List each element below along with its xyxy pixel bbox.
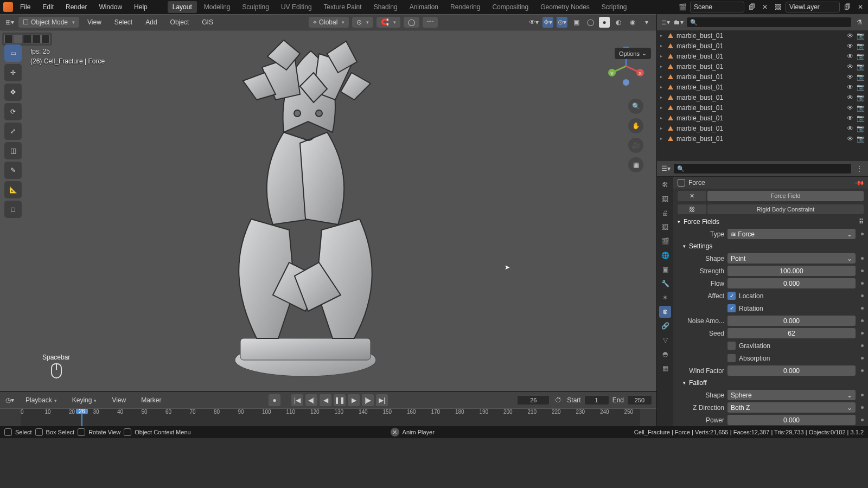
tab-animation[interactable]: Animation <box>405 1 443 13</box>
tab-uv-editing[interactable]: UV Editing <box>276 1 317 13</box>
hide-viewport-icon[interactable]: 👁 <box>847 63 853 70</box>
menu-file[interactable]: File <box>15 1 35 13</box>
jump-start-button[interactable]: |◀ <box>291 394 303 406</box>
hide-render-icon[interactable]: 📷 <box>857 73 865 81</box>
transform-orientation[interactable]: ⌖Global <box>309 17 349 28</box>
end-frame-input[interactable]: 250 <box>627 395 652 405</box>
hide-render-icon[interactable]: 📷 <box>857 53 865 60</box>
gizmo-toggle[interactable]: ✥▾ <box>542 17 553 28</box>
editor-type-icon[interactable]: ⊞▾ <box>4 17 15 28</box>
hide-render-icon[interactable]: 📷 <box>857 104 865 112</box>
keyframe-next-button[interactable]: |▶ <box>362 394 374 406</box>
close-anim-player-icon[interactable]: ✕ <box>391 428 399 436</box>
disclosure-icon[interactable]: ▸ <box>660 126 665 131</box>
playback-menu[interactable]: Playback <box>21 394 62 406</box>
tab-compositing[interactable]: Compositing <box>487 1 533 13</box>
noise-amount-input[interactable]: 0.000 <box>727 316 856 326</box>
timeline-editor-icon[interactable]: ◷▾ <box>4 395 15 406</box>
hide-render-icon[interactable]: 📷 <box>857 84 865 91</box>
disclosure-icon[interactable]: ▸ <box>660 115 665 120</box>
menu-edit[interactable]: Edit <box>37 1 59 13</box>
outliner-list[interactable]: ▸ marble_bust_01 👁 📷▸ marble_bust_01 👁 📷… <box>657 30 868 160</box>
flow-input[interactable]: 0.000 <box>727 278 856 288</box>
wind-factor-input[interactable]: 0.000 <box>727 365 856 376</box>
proportional-edit[interactable]: ◯ <box>404 17 419 28</box>
hide-render-icon[interactable]: 📷 <box>857 42 865 50</box>
hide-viewport-icon[interactable]: 👁 <box>847 104 853 112</box>
vp-menu-view[interactable]: View <box>82 16 106 28</box>
outliner-item[interactable]: ▸ marble_bust_01 👁 📷 <box>657 72 868 82</box>
tab-rbc-icon[interactable]: ⛓ <box>678 204 706 214</box>
pivot-select[interactable]: ⊙ <box>352 17 373 28</box>
outliner-display-icon[interactable]: 🖿▾ <box>673 17 684 28</box>
disclosure-icon[interactable]: ▸ <box>660 74 665 79</box>
menu-render[interactable]: Render <box>61 1 92 13</box>
shape-select[interactable]: Point <box>727 253 856 264</box>
seed-input[interactable]: 62 <box>727 328 856 338</box>
preview-range-icon[interactable]: ⏱ <box>553 395 564 406</box>
overlay-toggle[interactable]: ⊙▾ <box>557 17 567 28</box>
autokey-toggle[interactable]: ● <box>269 394 280 406</box>
panel-settings[interactable]: Settings <box>689 242 712 250</box>
tool-scale[interactable]: ⤢ <box>4 123 22 140</box>
keying-menu[interactable]: Keying <box>67 394 102 406</box>
tab-scripting[interactable]: Scripting <box>597 1 632 13</box>
vp-menu-add[interactable]: Add <box>141 16 162 28</box>
keyframe-prev-button[interactable]: ◀| <box>305 394 317 406</box>
zdirection-select[interactable]: Both Z <box>727 402 856 413</box>
outliner-item[interactable]: ▸ marble_bust_01 👁 📷 <box>657 61 868 72</box>
disclosure-icon[interactable]: ▸ <box>660 95 665 100</box>
hide-render-icon[interactable]: 📷 <box>857 63 865 70</box>
hide-render-icon[interactable]: 📷 <box>857 135 865 143</box>
hide-viewport-icon[interactable]: 👁 <box>847 125 853 132</box>
gravitation-checkbox[interactable] <box>727 342 736 350</box>
outliner-item[interactable]: ▸ marble_bust_01 👁 📷 <box>657 41 868 51</box>
anim-dot[interactable] <box>861 233 864 235</box>
play-button[interactable]: ▶ <box>348 394 360 406</box>
hide-viewport-icon[interactable]: 👁 <box>847 53 853 60</box>
tool-transform[interactable]: ◫ <box>4 142 22 159</box>
ptab-texture[interactable]: ▦ <box>659 362 671 374</box>
perspective-icon[interactable]: ▦ <box>628 157 643 172</box>
tool-cursor[interactable]: ✛ <box>4 64 22 81</box>
tab-layout[interactable]: Layout <box>168 1 197 13</box>
curve-falloff[interactable]: 〰 <box>423 17 438 28</box>
type-select[interactable]: ≋ Force <box>727 229 856 239</box>
tab-force-field[interactable]: Force Field <box>707 191 864 201</box>
properties-search-input[interactable] <box>673 163 852 174</box>
falloff-shape-select[interactable]: Sphere <box>727 390 856 400</box>
play-reverse-button[interactable]: ◀ <box>320 394 331 406</box>
viewport-options-popover[interactable]: Options⌄ <box>615 48 651 59</box>
properties-editor-icon[interactable]: ☰▾ <box>660 163 671 174</box>
ptab-particles[interactable]: ✶ <box>659 292 671 304</box>
outliner-editor-icon[interactable]: ≣▾ <box>660 17 671 28</box>
hide-viewport-icon[interactable]: 👁 <box>847 114 853 122</box>
outliner-item[interactable]: ▸ marble_bust_01 👁 📷 <box>657 92 868 102</box>
tab-remove-forcefield[interactable]: ✕ <box>678 191 706 201</box>
tab-modeling[interactable]: Modeling <box>199 1 235 13</box>
tab-rigid-body-constraint[interactable]: Rigid Body Constraint <box>707 204 864 214</box>
tl-view-menu[interactable]: View <box>107 394 131 406</box>
pause-button[interactable]: ❚❚ <box>334 394 346 406</box>
hide-viewport-icon[interactable]: 👁 <box>847 135 853 143</box>
viewlayer-copy-icon[interactable]: 🗐 <box>842 2 853 12</box>
hide-viewport-icon[interactable]: 👁 <box>847 32 853 40</box>
tl-marker-menu[interactable]: Marker <box>136 394 166 406</box>
scene-icon[interactable]: 🎬 <box>677 2 688 12</box>
tab-sculpting[interactable]: Sculpting <box>238 1 274 13</box>
xray-toggle[interactable]: ▣ <box>571 17 582 28</box>
ptab-object[interactable]: ▣ <box>659 264 671 275</box>
shade-render-icon[interactable]: ◉ <box>627 17 638 28</box>
ptab-data[interactable]: ▽ <box>659 334 671 346</box>
outliner-item[interactable]: ▸ marble_bust_01 👁 📷 <box>657 113 868 123</box>
vp-menu-object[interactable]: Object <box>165 16 194 28</box>
tab-texture-paint[interactable]: Texture Paint <box>319 1 367 13</box>
hide-render-icon[interactable]: 📷 <box>857 32 865 40</box>
pin-icon[interactable]: 📌 <box>854 177 865 189</box>
visibility-filter-icon[interactable]: 👁▾ <box>528 17 539 28</box>
outliner-item[interactable]: ▸ marble_bust_01 👁 📷 <box>657 82 868 92</box>
tool-move[interactable]: ✥ <box>4 84 22 101</box>
tab-rendering[interactable]: Rendering <box>445 1 485 13</box>
ptab-render[interactable]: 🖼 <box>659 193 671 205</box>
viewlayer-icon[interactable]: 🖼 <box>773 2 783 12</box>
